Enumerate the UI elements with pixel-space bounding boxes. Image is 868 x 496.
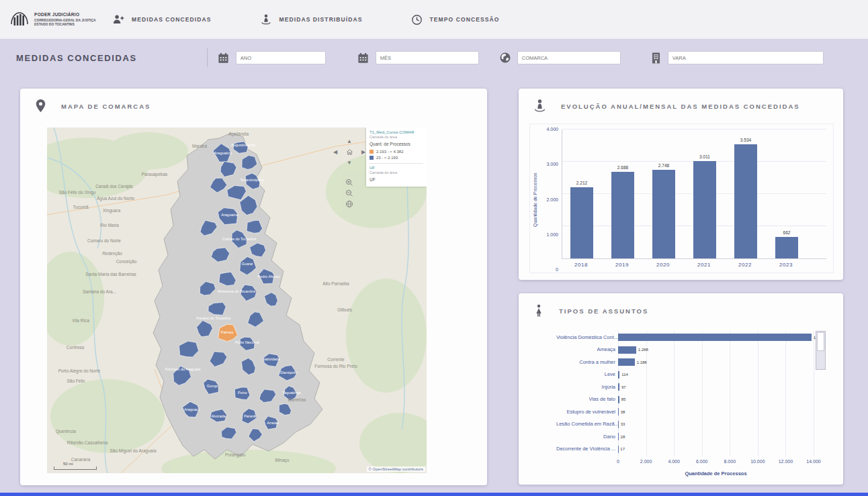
category-label[interactable]: Estupro de vulnerável — [556, 409, 618, 415]
legend-divider — [370, 163, 423, 164]
comarca-input[interactable] — [517, 51, 621, 64]
city-label: Formosa do Rio Preto — [314, 364, 357, 368]
comarca-label: Formoso do Araguaia — [165, 367, 202, 371]
bar-Violência Doméstica Cont...[interactable] — [618, 334, 812, 341]
pan-down-icon[interactable]: ▼ — [344, 157, 355, 168]
legend-layer1-title: T1_Med_Conce.COMAR — [370, 130, 423, 134]
comarca-label: Arraias — [267, 421, 279, 425]
city-label: Corrente — [327, 357, 345, 362]
bar-Dano[interactable] — [618, 433, 619, 440]
bar-2022[interactable] — [734, 144, 757, 258]
scrollbar-thumb[interactable] — [817, 332, 824, 351]
bar-row: Contra a mulher1.188 — [556, 356, 814, 368]
pan-left-icon[interactable]: ◀ — [330, 146, 341, 157]
category-label[interactable]: Leve — [556, 371, 618, 377]
filter-vara — [650, 51, 824, 64]
city-label: Porto Alegre do Norte — [58, 368, 101, 374]
evolution-card: EVOLUÇÃO ANUAL/MENSAL DAS MEDIDAS CONCED… — [519, 89, 843, 280]
vara-input[interactable] — [668, 51, 824, 64]
city-label: Canarana — [71, 457, 91, 462]
city-label: Alto Parnaíba — [322, 281, 349, 286]
y-axis: 01.0002.0003.0004.000 — [541, 130, 562, 270]
bar-Contra a mulher[interactable] — [618, 358, 635, 366]
bar-Vias de fato[interactable] — [618, 396, 619, 403]
nav-item-medidas-concedidas[interactable]: MEDIDAS CONCEDIDAS — [112, 13, 212, 26]
bar-2023[interactable] — [775, 237, 798, 258]
zoom-in-icon[interactable] — [344, 177, 355, 188]
category-label[interactable]: Lesão Cometida em Razã... — [556, 421, 618, 427]
city-label: Açailândia — [228, 132, 249, 137]
category-label[interactable]: Injúria — [556, 384, 618, 390]
subjects-card: TIPOS DE ASSUNTOS Violência Doméstica Co… — [519, 293, 843, 485]
bar-2019[interactable] — [611, 172, 634, 258]
category-label[interactable]: Contra a mulher — [556, 359, 618, 365]
globe-icon — [499, 52, 511, 64]
city-label: Santa Maria das Barreiras — [85, 272, 136, 277]
category-label[interactable]: Vias de fato — [556, 396, 618, 402]
bar-Estupro de vulnerável[interactable] — [618, 408, 619, 415]
x-tick-label: 10.000 — [750, 459, 765, 464]
bar-2020[interactable] — [652, 170, 675, 258]
ano-input[interactable] — [236, 51, 326, 64]
bar-rows: Violência Doméstica Cont...13.845Ameaça1… — [556, 331, 814, 456]
user-marker-icon — [260, 13, 272, 26]
comarca-label: Guaraí — [242, 262, 253, 266]
comarcas-map[interactable]: AçailândiaMarabáParauapebasSão Félix do … — [47, 128, 427, 473]
pan-right-icon[interactable]: ▶ — [358, 146, 369, 157]
mes-input[interactable] — [376, 51, 479, 64]
map-scale: 50 mi — [54, 462, 97, 470]
category-label[interactable]: Ameaça — [556, 346, 618, 352]
city-label: Porangatu — [225, 452, 245, 458]
bar-Leve[interactable] — [618, 371, 619, 379]
comarca-label: Pedro Afonso — [257, 275, 279, 279]
comarca-label: Tocantinópolis — [241, 178, 264, 182]
bar-value-label: 3.011 — [689, 154, 721, 159]
nav-item-medidas-distribuidas[interactable]: MEDIDAS DISTRIBUÍDAS — [260, 13, 363, 26]
bar-value-label: 1.288 — [638, 348, 648, 352]
chart-scrollbar[interactable] — [816, 331, 826, 370]
bar-Ameaça[interactable] — [618, 346, 636, 354]
city-label: Vila Rica — [72, 318, 89, 323]
filter-bar: MEDIDAS CONCEDIDAS — [0, 39, 868, 77]
map-pin-icon — [35, 99, 46, 113]
city-label: Confresa — [67, 345, 85, 350]
subjects-chart: Violência Doméstica Cont...13.845Ameaça1… — [556, 331, 826, 477]
category-label[interactable]: Dano — [556, 434, 618, 440]
legend-swatch-blue — [370, 156, 374, 160]
comarca-label: Araguaçu — [184, 407, 200, 411]
comarca-label: Gurupi — [207, 384, 218, 388]
comarca-label: Araguaína — [221, 213, 238, 217]
category-label[interactable]: Violência Doméstica Cont... — [556, 334, 618, 340]
x-axis: 02.0004.0006.0008.00010.00012.00014.000 — [618, 459, 814, 467]
x-tick-label: 2.000 — [640, 459, 652, 464]
legend-class-row[interactable]: 23 - < 2.193 — [370, 156, 423, 160]
y-tick-label: 3.000 — [546, 162, 558, 166]
pan-up-icon[interactable]: ▲ — [344, 136, 355, 146]
nav-item-tempo-concessao[interactable]: TEMPO CONCESSÃO — [411, 14, 500, 26]
legend-range: 2.193 - < 4.382 — [376, 150, 404, 154]
legend-layer2-title: UF — [370, 166, 423, 170]
bottom-accent-bar — [0, 493, 868, 496]
reset-extent-icon[interactable] — [344, 199, 355, 209]
courthouse-logo-icon — [9, 9, 30, 30]
bar-2018[interactable] — [570, 187, 593, 258]
filter-mes — [357, 51, 479, 64]
city-label: Tucumã — [73, 205, 89, 209]
x-tick-label: 2018 — [570, 259, 593, 270]
bar-Decorrente de Violência ...[interactable] — [618, 446, 619, 453]
calendar-icon — [217, 52, 230, 64]
logo-text: PODER JUDICIÁRIO CORREGEDORIA-GERAL DA J… — [34, 12, 96, 26]
bar-row: Ameaça1.288 — [556, 344, 814, 356]
bar-2021[interactable] — [693, 161, 716, 258]
bar-row: Vias de fato85 — [556, 393, 814, 406]
map-navigation-controls: ▲ ◀ ▶ ▼ — [331, 136, 367, 209]
x-tick-label: 8.000 — [724, 459, 736, 464]
bar-Lesão Cometida em Razã...[interactable] — [618, 421, 619, 428]
category-label[interactable]: Decorrente de Violência ... — [556, 446, 618, 452]
bar-Injúria[interactable] — [618, 383, 619, 391]
comarca-label: Paraíso do Tocantins — [196, 316, 231, 320]
home-icon[interactable] — [344, 146, 355, 157]
legend-class-row[interactable]: 2.193 - < 4.382 — [370, 150, 423, 154]
user-plus-icon — [112, 13, 124, 26]
zoom-out-icon[interactable] — [344, 188, 355, 199]
